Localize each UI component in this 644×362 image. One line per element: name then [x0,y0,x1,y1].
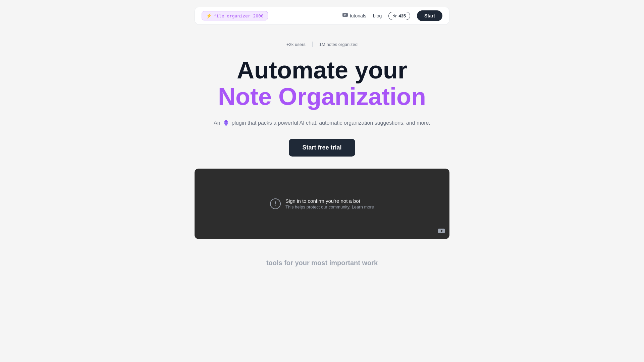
tutorials-link[interactable]: tutorials [342,13,366,18]
lightning-icon: ⚡ [206,13,212,18]
video-text: Sign in to confirm you're not a bot This… [285,198,374,209]
star-badge[interactable]: ☆ 435 [388,12,410,20]
video-container: ! Sign in to confirm you're not a bot Th… [195,169,449,239]
youtube-icon [438,228,445,235]
video-sign-in-message: ! Sign in to confirm you're not a bot Th… [270,198,374,209]
nav-logo[interactable]: ⚡ file organizer 2000 [202,11,268,20]
star-count: 435 [398,13,406,18]
hero-subtitle: An plugin that packs a powerful AI chat,… [214,119,430,127]
sign-in-desc: This helps protect our community. Learn … [285,204,374,209]
nav-start-button[interactable]: Start [417,10,442,21]
navbar: ⚡ file organizer 2000 tutorials blog ☆ 4… [195,7,449,25]
nav-links: tutorials blog ☆ 435 Start [342,10,442,21]
obsidian-icon [222,119,230,127]
star-icon: ☆ [393,13,397,18]
start-free-trial-button[interactable]: Start free trial [289,139,355,157]
nav-logo-text: file organizer 2000 [214,13,264,18]
sign-in-title: Sign in to confirm you're not a bot [285,198,374,204]
hero-title-line2: Note Organization [214,83,430,110]
stats-row: +2k users 1M notes organized [286,42,358,47]
stats-divider [312,42,313,47]
subtitle-suffix: plugin that packs a powerful AI chat, au… [232,120,430,126]
blog-link[interactable]: blog [373,13,382,18]
notes-stat: 1M notes organized [319,42,358,47]
video-icon [342,13,348,18]
learn-more-link[interactable]: Learn more [352,204,374,209]
users-stat: +2k users [286,42,306,47]
hero-title-line1: Automate your [214,57,430,83]
bottom-tagline: tools for your most important work [266,259,378,267]
subtitle-prefix: An [214,120,220,126]
hero-section: Automate your Note Organization An plugi… [214,57,430,127]
alert-icon: ! [270,198,281,209]
